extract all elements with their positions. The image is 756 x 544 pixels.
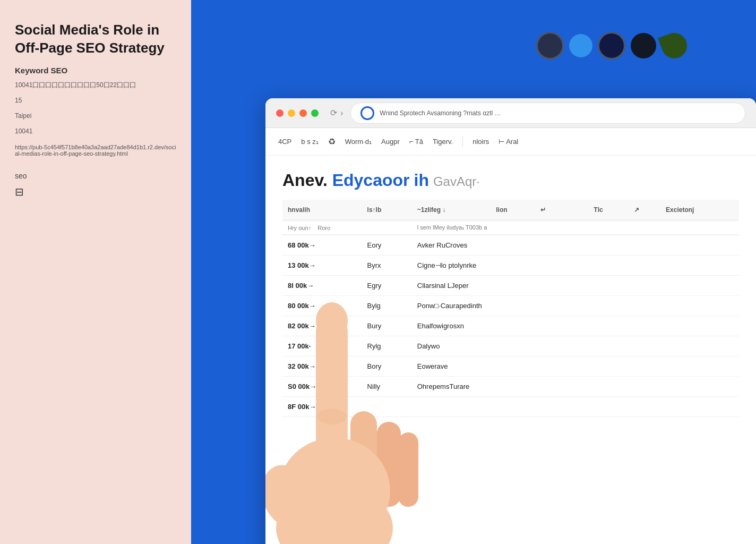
- th-lion: lion: [491, 200, 535, 220]
- nav-buttons: ⟳ ›: [330, 108, 343, 118]
- deco-circle-1: [536, 32, 564, 60]
- browser-chrome: ⟳ › Wnind Sprotech Avsamoning ?rnats αzt…: [265, 98, 756, 128]
- back-icon[interactable]: ⟳: [330, 108, 337, 118]
- keyword-cell: Byrx: [362, 256, 412, 276]
- table-subheader-row: Hry oun↑ Roro l sem lMey iludya₁ T003b a: [282, 220, 739, 235]
- toolbar-item-4[interactable]: Augpr: [381, 138, 400, 146]
- svg-point-7: [279, 438, 390, 544]
- vol-cell: 32 00k→: [282, 356, 362, 377]
- vol-cell: 8F 00k→: [282, 397, 362, 417]
- left-panel: Social Media's Role in Off-Page SEO Stra…: [0, 0, 191, 544]
- desc-cell: Ehalfowigrosxn: [412, 316, 739, 336]
- svg-rect-6: [398, 432, 418, 507]
- table-row: 13 00k→ Byrx Cigne⊣lo ptolynrke: [282, 256, 739, 276]
- toolbar-separator: [462, 137, 463, 147]
- desc-cell: Dalywo: [412, 336, 739, 356]
- seo-icon: ⊟: [15, 185, 176, 198]
- desc-cell: Eowerave: [412, 356, 739, 377]
- toolbar-item-0[interactable]: 4CP: [278, 138, 291, 146]
- th-lstb: ls↑lb: [362, 200, 412, 220]
- deco-leaf: [658, 29, 691, 62]
- keyword-cell: [362, 397, 412, 417]
- vol-cell: 17 00k·: [282, 336, 362, 356]
- svg-rect-5: [377, 422, 401, 507]
- th-empty: [567, 200, 588, 220]
- deco-circle-3: [598, 32, 625, 60]
- vol-cell: 82 00k→: [282, 316, 362, 336]
- table-row: S0 00k→ Nilly OhrepemsTurare: [282, 377, 739, 397]
- browser-content: Anev. Edycaoor ih GavAqr· hnvalih ls↑lb …: [265, 156, 756, 417]
- heading-blue: ih: [414, 171, 428, 190]
- meta-zip: 10041: [15, 126, 176, 137]
- deco-circle-4: [631, 33, 656, 58]
- heading-bold: Anev. Edycaoor: [282, 171, 409, 190]
- vol-cell: 80 00k→: [282, 296, 362, 316]
- keyword-cell: Egry: [362, 276, 412, 296]
- meta-city: Taipei: [15, 111, 176, 121]
- table-row: 80 00k→ Bylg Ponw□·Caurapedinth: [282, 296, 739, 316]
- subheader-right: l sem lMey iludya₁ T003b a: [412, 220, 739, 235]
- tl-orange[interactable]: [299, 109, 307, 117]
- meta-line2: 15: [15, 96, 176, 106]
- tl-red[interactable]: [276, 109, 284, 117]
- seo-label: seo: [15, 172, 176, 180]
- vol-cell: S0 00k→: [282, 377, 362, 397]
- desc-cell: Cllarsinal LJeper: [412, 276, 739, 296]
- heading-gray: GavAqr·: [433, 174, 480, 189]
- meta-line1: 10041囗囗囗囗囗囗囗囗囗囗50囗22囗囗囗: [15, 80, 176, 90]
- th-zlifeg: ~1zlifeg ↓: [412, 200, 491, 220]
- table-row: 8F 00k→: [282, 397, 739, 417]
- toolbar-item-1[interactable]: b s z₁: [301, 138, 318, 146]
- forward-icon[interactable]: ›: [340, 108, 343, 118]
- address-circle-icon: [360, 106, 374, 120]
- browser-window: ⟳ › Wnind Sprotech Avsamoning ?rnats αzt…: [265, 98, 756, 544]
- tl-green[interactable]: [311, 109, 319, 117]
- svg-point-0: [276, 486, 393, 544]
- keyword-cell: Bylg: [362, 296, 412, 316]
- keyword-cell: Bory: [362, 356, 412, 377]
- desc-cell: Avker RuCroves: [412, 235, 739, 256]
- th-tlc: Tlc: [588, 200, 628, 220]
- toolbar-item-3[interactable]: Worm·d₁: [345, 138, 372, 146]
- vol-cell: 8l 00k→: [282, 276, 362, 296]
- toolbar-recycle-icon[interactable]: ♻: [328, 137, 336, 147]
- toolbar-item-5[interactable]: ⌐ Tā: [409, 138, 423, 146]
- th-chart: ↗: [629, 200, 660, 220]
- table-row: 68 00k→ Eory Avker RuCroves: [282, 235, 739, 256]
- th-hnvalih: hnvalih: [282, 200, 362, 220]
- tl-yellow[interactable]: [288, 109, 295, 117]
- subheader-left: Hry oun↑ Roro: [282, 220, 412, 235]
- right-area: ⟳ › Wnind Sprotech Avsamoning ?rnats αzt…: [191, 0, 756, 544]
- address-bar[interactable]: Wnind Sprotech Avsamoning ?rnats αztl …: [350, 103, 745, 124]
- page-url: https://pub-5c454f571b8e40a3a2aad27ade84…: [15, 144, 176, 157]
- table-body: 68 00k→ Eory Avker RuCroves 13 00k→ Byrx…: [282, 235, 739, 417]
- toolbar-item-8[interactable]: ⊢ Aral: [499, 138, 518, 146]
- table-header-row: hnvalih ls↑lb ~1zlifeg ↓ lion ↵ Tlc ↗ Ex…: [282, 200, 739, 220]
- toolbar-item-7[interactable]: nloirs: [472, 138, 489, 146]
- th-excietonj: Excietonj: [660, 200, 739, 220]
- table-row: 8l 00k→ Egry Cllarsinal LJeper: [282, 276, 739, 296]
- browser-toolbar: 4CP b s z₁ ♻ Worm·d₁ Augpr ⌐ Tā Tigerv. …: [265, 128, 756, 156]
- toolbar-item-6[interactable]: Tigerv.: [433, 138, 453, 146]
- keyword-cell: Nilly: [362, 377, 412, 397]
- traffic-lights: [276, 109, 319, 117]
- vol-cell: 13 00k→: [282, 256, 362, 276]
- desc-cell: OhrepemsTurare: [412, 377, 739, 397]
- svg-rect-4: [350, 411, 377, 507]
- th-arrow: ↵: [535, 200, 567, 220]
- desc-cell: [412, 397, 739, 417]
- desc-cell: Ponw□·Caurapedinth: [412, 296, 739, 316]
- address-text: Wnind Sprotech Avsamoning ?rnats αztl …: [380, 109, 501, 117]
- keyword-cell: Rylg: [362, 336, 412, 356]
- keyword-cell: Bury: [362, 316, 412, 336]
- keyword-cell: Eory: [362, 235, 412, 256]
- svg-point-1: [265, 458, 320, 534]
- table-row: 32 00k→ Bory Eowerave: [282, 356, 739, 377]
- table-row: 82 00k→ Bury Ehalfowigrosxn: [282, 316, 739, 336]
- deco-circles: [536, 32, 687, 60]
- table-row: 17 00k· Rylg Dalywo: [282, 336, 739, 356]
- page-title: Social Media's Role in Off-Page SEO Stra…: [15, 21, 176, 57]
- keyword-table: hnvalih ls↑lb ~1zlifeg ↓ lion ↵ Tlc ↗ Ex…: [282, 200, 739, 417]
- desc-cell: Cigne⊣lo ptolynrke: [412, 256, 739, 276]
- vol-cell: 68 00k→: [282, 235, 362, 256]
